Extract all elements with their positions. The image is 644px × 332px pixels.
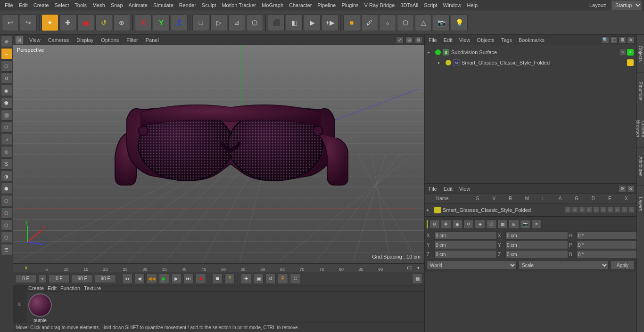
add-render-button[interactable]: +▶ [322,14,339,31]
left-btn-18[interactable]: ☰ [1,244,12,255]
viewport-icon[interactable]: ⊞ [15,36,24,44]
frame-current-input[interactable] [49,275,70,283]
left-btn-2[interactable]: ↔ [1,48,12,59]
viewport-menu-view[interactable]: View [27,36,42,44]
left-btn-6[interactable]: ⬟ [1,97,12,108]
snap-scale-icon[interactable]: ▣ [253,274,264,284]
left-btn-4[interactable]: ↺ [1,73,12,84]
redo-button[interactable]: ↪ [20,14,37,31]
obj-check-icon[interactable]: ✓ [627,49,634,56]
material-item-purple[interactable]: purple [28,293,52,323]
vtab-attributes[interactable]: Attributes [637,148,644,186]
menu-snap[interactable]: Snap [108,1,126,9]
obj-menu-file[interactable]: File [427,36,439,44]
left-btn-7[interactable]: ▧ [1,109,12,121]
coord-input-h[interactable] [577,231,639,240]
obj-settings-icon[interactable]: ⚙ [619,36,626,44]
coord-input-y-pos[interactable] [434,241,497,249]
step-fwd-button[interactable]: ▶ [171,274,182,284]
3d-viewport[interactable]: X Y Z Perspective Grid Spacing : 10 cm [13,45,424,263]
left-btn-5[interactable]: ◉ [1,85,12,96]
play-button[interactable]: ▶ [159,274,169,284]
cube-button[interactable]: ■ [343,14,360,31]
obj-menu-tags[interactable]: Tags [499,36,514,44]
expand-icon-glasses[interactable]: ▸ [438,60,444,65]
move-button[interactable]: ✚ [59,14,76,31]
vtab-layers[interactable]: Layers [637,186,644,223]
menu-mograph[interactable]: MoGraph [259,1,286,9]
snap-rotate-icon[interactable]: ↺ [265,274,276,284]
viewport-menu-cameras[interactable]: Cameras [46,36,71,44]
material-menu-edit[interactable]: Edit [48,285,57,291]
menu-window[interactable]: Window [440,1,464,9]
left-btn-14[interactable]: ⬡ [1,195,12,206]
point-mode-button[interactable]: ⬡ [246,14,263,31]
viewport-menu-filter[interactable]: Filter [124,36,140,44]
mat-settings-icon[interactable]: ⚙ [619,185,626,193]
mat-icon-v[interactable]: V [572,207,578,213]
menu-3dtoall[interactable]: 3DToAll [397,1,421,9]
viewport-menu-panel[interactable]: Panel [144,36,161,44]
coord-input-x-size[interactable] [505,231,568,240]
coord-input-y-size[interactable] [505,241,568,249]
obj-close-icon[interactable]: ✕ [627,36,635,44]
frame-end-input[interactable] [72,275,93,283]
coord-input-z-size[interactable] [505,250,568,259]
frame-preview-input[interactable] [95,275,116,283]
render-active-button[interactable]: ◧ [286,14,303,31]
left-btn-16[interactable]: ⬡ [1,219,12,231]
coord-input-x-pos[interactable] [434,231,497,240]
viewport-menu-display[interactable]: Display [74,36,95,44]
coord-btn-9[interactable]: 📷 [520,219,530,229]
mat-menu-file[interactable]: File [427,185,439,193]
go-end-button[interactable]: ⏭ [183,274,194,284]
vtab-structure[interactable]: Structure [637,73,644,110]
obj-row-glasses[interactable]: ▸ M Smart_Glasses_Classic_Style_Folded [427,57,635,68]
render-settings-icon[interactable]: ▦ [412,274,422,284]
undo-button[interactable]: ↩ [2,14,19,31]
coord-input-p[interactable] [577,241,639,249]
obj-filter-icon[interactable]: ⬚ [610,36,618,44]
left-btn-13[interactable]: ⬢ [1,183,12,194]
mat-icon-s[interactable]: S [565,207,571,213]
obj-menu-objects[interactable]: Objects [475,36,496,44]
menu-sculpt[interactable]: Sculpt [199,1,219,9]
x-axis-button[interactable]: X [135,14,152,31]
menu-motion-tracker[interactable]: Motion Tracker [219,1,259,9]
menu-tools[interactable]: Tools [72,1,90,9]
mat-icon-g[interactable]: G [607,207,613,213]
left-btn-3[interactable]: ⬡ [1,60,12,72]
vtab-content-browser[interactable]: Content Browser [637,110,644,148]
light-button[interactable]: 💡 [451,14,468,31]
viewport-menu-options[interactable]: Options [99,36,121,44]
rotate-button[interactable]: ↺ [95,14,112,31]
expand-icon-subdivision[interactable]: ▸ [428,49,433,55]
menu-help[interactable]: Help [464,1,481,9]
scale-button[interactable]: ▣ [77,14,94,31]
transform-button[interactable]: ⊕ [113,14,130,31]
coord-btn-2[interactable]: ✚ [441,219,451,229]
stop-button[interactable]: ⏹ [212,274,223,284]
viewport-maximize-icon[interactable]: ⤢ [396,36,404,44]
mat-close-icon[interactable]: ✕ [627,185,635,193]
timeline-settings-icon[interactable]: ▾ [414,266,422,270]
edge-mode-button[interactable]: ⊿ [228,14,245,31]
coord-btn-3[interactable]: ▣ [452,219,462,229]
snap-move-icon[interactable]: ✚ [241,274,251,284]
left-btn-15[interactable]: ⬡ [1,207,12,219]
step-back-button[interactable]: ◀ [134,274,145,284]
frame-start-input[interactable] [15,275,36,283]
menu-file[interactable]: File [2,1,16,9]
playback-mode-icon[interactable]: P [278,274,288,284]
scale-select[interactable]: Scale [519,260,609,270]
coord-btn-4[interactable]: ↺ [463,219,474,229]
coord-input-z-pos[interactable] [434,250,497,259]
playback-dots-icon[interactable]: ⠿ [290,274,300,284]
left-btn-17[interactable]: ⬡ [1,232,12,243]
deformer-button[interactable]: ⬡ [397,14,414,31]
coord-btn-7[interactable]: ▦ [497,219,508,229]
left-btn-8[interactable]: ⬡ [1,121,12,133]
vtab-objects[interactable]: Objects [637,35,644,73]
left-btn-11[interactable]: S [1,158,12,170]
coord-btn-1[interactable]: ⚙ [429,219,440,229]
